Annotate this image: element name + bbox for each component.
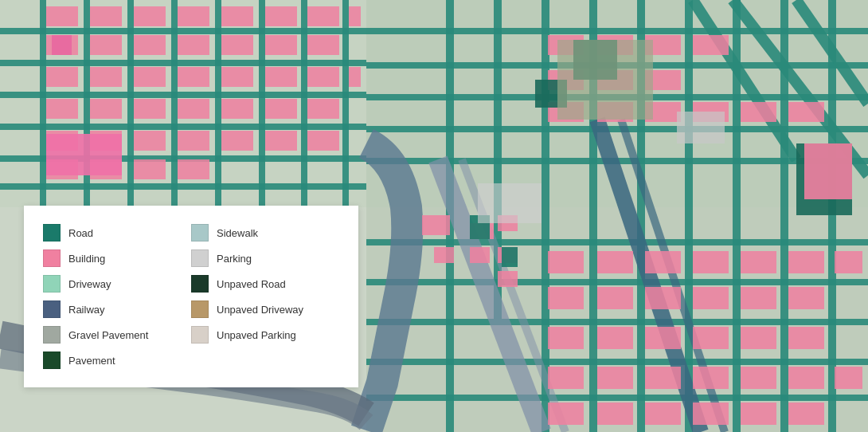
svg-rect-119 [693, 327, 729, 349]
pavement-label: Pavement [68, 355, 115, 367]
legend-item-parking: Parking [191, 245, 339, 271]
svg-rect-37 [366, 395, 868, 401]
svg-rect-130 [597, 403, 633, 425]
svg-rect-55 [90, 35, 122, 55]
legend-item-unpaved-road: Unpaved Road [191, 271, 339, 297]
legend-panel: Road Sidewalk Building Parking Driveway [24, 206, 358, 387]
svg-rect-63 [134, 67, 166, 87]
unpaved-road-swatch [191, 275, 209, 293]
svg-rect-85 [134, 159, 166, 179]
svg-rect-87 [46, 134, 122, 175]
parking-label: Parking [217, 253, 252, 265]
svg-rect-126 [741, 367, 776, 389]
railway-swatch [43, 300, 61, 318]
svg-rect-60 [307, 35, 339, 55]
svg-rect-59 [265, 35, 297, 55]
svg-rect-78 [134, 131, 166, 151]
legend-item-pavement: Pavement [43, 348, 191, 373]
svg-rect-18 [342, 0, 349, 215]
svg-rect-111 [597, 287, 633, 309]
svg-rect-36 [366, 359, 868, 365]
sidewalk-swatch [191, 224, 209, 242]
unpaved-driveway-swatch [191, 300, 209, 318]
legend-grid: Road Sidewalk Building Parking Driveway [43, 220, 339, 373]
svg-rect-65 [221, 67, 253, 87]
svg-rect-104 [597, 251, 633, 273]
svg-rect-131 [645, 403, 681, 425]
svg-rect-74 [265, 99, 297, 119]
svg-rect-109 [835, 251, 862, 273]
svg-rect-69 [46, 99, 78, 119]
svg-rect-115 [788, 287, 824, 309]
svg-rect-16 [259, 0, 265, 215]
svg-rect-73 [221, 99, 253, 119]
svg-rect-82 [307, 131, 339, 151]
svg-rect-10 [0, 183, 366, 190]
unpaved-parking-swatch [191, 326, 209, 344]
svg-rect-7 [0, 92, 366, 98]
svg-rect-48 [178, 6, 209, 26]
legend-item-unpaved-driveway: Unpaved Driveway [191, 297, 339, 322]
svg-rect-99 [741, 102, 776, 122]
svg-rect-12 [84, 0, 90, 215]
svg-rect-110 [548, 287, 584, 309]
svg-rect-54 [52, 35, 72, 55]
svg-rect-125 [693, 367, 729, 389]
svg-rect-138 [434, 247, 454, 263]
svg-rect-75 [307, 99, 339, 119]
svg-rect-132 [693, 403, 729, 425]
svg-rect-68 [349, 67, 361, 87]
svg-rect-107 [741, 251, 776, 273]
svg-rect-61 [46, 67, 78, 87]
svg-rect-136 [804, 143, 852, 199]
driveway-swatch [43, 275, 61, 293]
legend-item-road: Road [43, 220, 191, 245]
svg-rect-79 [178, 131, 209, 151]
svg-rect-35 [366, 319, 868, 325]
svg-rect-47 [134, 6, 166, 26]
legend-item-placeholder [191, 348, 339, 373]
svg-rect-6 [0, 60, 366, 66]
svg-rect-45 [46, 6, 78, 26]
svg-rect-71 [134, 99, 166, 119]
svg-rect-118 [645, 327, 681, 349]
svg-rect-66 [265, 67, 297, 87]
unpaved-parking-label: Unpaved Parking [217, 329, 296, 341]
gravel-label: Gravel Pavement [68, 329, 148, 341]
svg-rect-51 [307, 6, 339, 26]
svg-rect-120 [741, 327, 776, 349]
svg-rect-103 [548, 251, 584, 273]
svg-rect-91 [693, 35, 729, 55]
legend-item-building: Building [43, 245, 191, 271]
road-swatch [43, 224, 61, 242]
svg-rect-113 [693, 287, 729, 309]
svg-rect-13 [127, 0, 134, 215]
railway-label: Railway [68, 304, 105, 316]
map-container: Road Sidewalk Building Parking Driveway [0, 0, 868, 432]
svg-rect-67 [307, 67, 339, 87]
legend-item-driveway: Driveway [43, 271, 191, 297]
svg-rect-33 [366, 239, 868, 245]
svg-rect-80 [221, 131, 253, 151]
svg-rect-57 [178, 35, 209, 55]
svg-rect-34 [366, 279, 868, 285]
pavement-swatch [43, 351, 61, 369]
svg-rect-62 [90, 67, 122, 87]
svg-rect-11 [40, 0, 46, 215]
sidewalk-label: Sidewalk [217, 227, 258, 239]
svg-rect-133 [741, 403, 776, 425]
svg-rect-145 [502, 247, 518, 267]
svg-rect-56 [134, 35, 166, 55]
svg-rect-100 [788, 102, 824, 122]
svg-rect-122 [548, 367, 584, 389]
svg-rect-64 [178, 67, 209, 87]
svg-rect-81 [265, 131, 297, 151]
driveway-label: Driveway [68, 278, 111, 290]
svg-rect-124 [645, 367, 681, 389]
svg-rect-28 [366, 28, 868, 34]
parking-swatch [191, 249, 209, 267]
svg-rect-114 [741, 287, 776, 309]
svg-rect-14 [171, 0, 178, 215]
svg-rect-72 [178, 99, 209, 119]
svg-rect-129 [548, 403, 584, 425]
